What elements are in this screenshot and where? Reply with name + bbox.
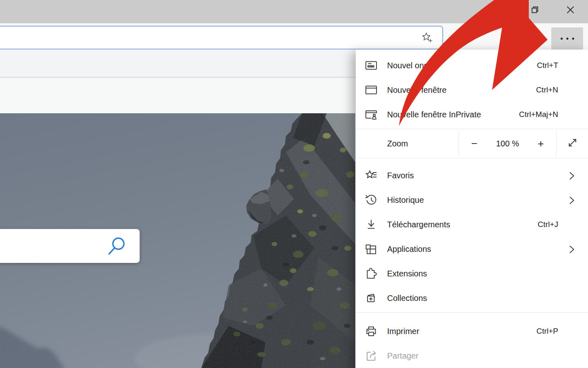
ellipsis-icon (561, 38, 574, 40)
share-icon (365, 349, 378, 362)
menu-item-label: Nouvelle fenêtre (387, 85, 536, 95)
favorites-star-icon (365, 169, 378, 182)
page-search-box[interactable] (0, 229, 140, 263)
menu-item-shortcut: Ctrl+P (537, 327, 558, 336)
edge-browser-window: Nouvel onglet Ctrl+T Nouvelle fenêtre Ct… (0, 0, 588, 368)
menu-item-shortcut: Ctrl+N (536, 85, 558, 94)
menu-item-print[interactable]: Imprimer Ctrl+P (356, 319, 588, 343)
close-icon (566, 6, 575, 15)
menu-item-new-tab[interactable]: Nouvel onglet Ctrl+T (356, 53, 588, 78)
menu-item-history[interactable]: Historique (356, 188, 588, 212)
menu-item-downloads[interactable]: Téléchargements Ctrl+J (356, 212, 588, 237)
fullscreen-button[interactable] (556, 131, 588, 156)
restore-button[interactable] (522, 0, 548, 20)
diagonal-arrows-icon (566, 137, 579, 150)
address-bar[interactable] (0, 26, 443, 49)
zoom-label: Zoom (356, 131, 459, 156)
menu-item-label: Favoris (387, 171, 568, 180)
apps-icon (365, 242, 378, 256)
settings-menu: Nouvel onglet Ctrl+T Nouvelle fenêtre Ct… (356, 49, 588, 368)
menu-item-label: Partager (387, 351, 588, 361)
menu-item-label: Applications (387, 245, 568, 254)
settings-more-button[interactable] (551, 27, 583, 49)
menu-item-label: Nouvel onglet (387, 61, 537, 70)
history-icon (365, 193, 378, 206)
extensions-icon (365, 267, 378, 280)
menu-item-label: Téléchargements (387, 220, 538, 229)
star-plus-icon[interactable] (421, 31, 433, 44)
minimize-icon (496, 6, 503, 15)
chevron-right-icon (568, 196, 575, 204)
new-tab-icon (365, 59, 378, 72)
menu-item-shortcut: Ctrl+Maj+N (519, 110, 558, 119)
menu-separator (356, 158, 588, 158)
zoom-in-button[interactable]: + (535, 137, 546, 150)
address-bar-input[interactable] (2, 29, 404, 47)
chevron-right-icon (568, 245, 575, 253)
new-window-icon (365, 83, 378, 96)
collections-icon (365, 292, 378, 305)
downloads-icon (365, 218, 378, 231)
menu-item-shortcut: Ctrl+J (538, 220, 558, 229)
print-icon (365, 325, 378, 338)
restore-window-icon (531, 6, 539, 15)
menu-item-extensions[interactable]: Extensions (356, 261, 588, 286)
minimize-button[interactable] (487, 0, 512, 20)
zoom-controls: − 100 % + (459, 131, 556, 156)
menu-item-label: Collections (387, 294, 588, 303)
menu-item-label: Historique (387, 195, 568, 205)
menu-item-new-inprivate-window[interactable]: Nouvelle fenêtre InPrivate Ctrl+Maj+N (356, 102, 588, 127)
menu-item-label: Extensions (387, 269, 588, 278)
menu-item-label: Nouvelle fenêtre InPrivate (387, 110, 519, 119)
menu-separator (356, 312, 588, 313)
close-button[interactable] (558, 0, 583, 20)
zoom-value: 100 % (496, 139, 519, 148)
chevron-right-icon (568, 171, 575, 180)
menu-item-shortcut: Ctrl+T (537, 61, 558, 70)
zoom-out-button[interactable]: − (469, 137, 480, 150)
menu-item-share: Partager (356, 343, 588, 368)
menu-zoom-row: Zoom − 100 % + (356, 131, 588, 156)
menu-separator (356, 129, 588, 129)
menu-item-favorites[interactable]: Favoris (356, 163, 588, 188)
menu-item-apps[interactable]: Applications (356, 237, 588, 261)
menu-item-label: Imprimer (387, 327, 537, 336)
menu-item-new-window[interactable]: Nouvelle fenêtre Ctrl+N (356, 78, 588, 102)
inprivate-window-icon (365, 108, 378, 121)
menu-item-collections[interactable]: Collections (356, 286, 588, 310)
